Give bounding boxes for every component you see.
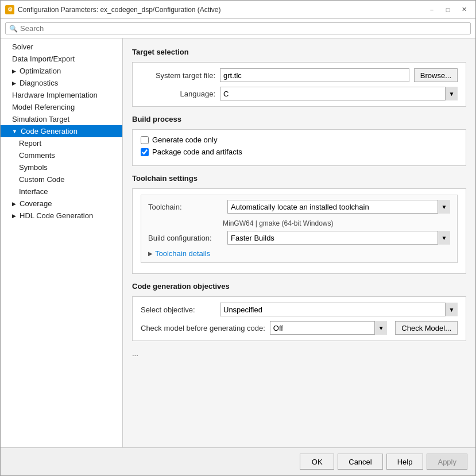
build-config-row: Build configuration: Faster Builds Faste… bbox=[148, 231, 450, 245]
footer: OK Cancel Help Apply bbox=[1, 447, 475, 475]
toolchain-details-arrow: ▶ bbox=[148, 250, 153, 257]
check-model-row: Check model before generating code: Off … bbox=[141, 321, 458, 335]
main-window: ⚙ Configuration Parameters: ex_codegen_d… bbox=[0, 0, 476, 476]
expand-arrow-icon: ▼ bbox=[12, 129, 17, 134]
expand-arrow-icon: ▶ bbox=[12, 213, 16, 219]
content-panel: Target selection System target file: Bro… bbox=[123, 38, 475, 447]
sidebar-item-report[interactable]: Report bbox=[1, 137, 122, 149]
toolchain-select[interactable]: Automatically locate an installed toolch… bbox=[227, 200, 450, 214]
apply-button[interactable]: Apply bbox=[427, 454, 467, 470]
toolchain-select-wrap: Automatically locate an installed toolch… bbox=[227, 200, 450, 214]
language-row: Language: C C++ ▼ bbox=[141, 87, 458, 100]
sidebar-item-solver[interactable]: Solver bbox=[1, 41, 122, 53]
expand-arrow-icon: ▶ bbox=[12, 68, 16, 74]
sidebar-item-optimization[interactable]: ▶ Optimization bbox=[1, 65, 122, 77]
system-target-file-label: System target file: bbox=[141, 71, 215, 80]
help-button[interactable]: Help bbox=[386, 454, 424, 470]
browse-button[interactable]: Browse... bbox=[414, 68, 458, 82]
close-button[interactable]: ✕ bbox=[457, 4, 471, 16]
search-input[interactable] bbox=[20, 24, 467, 33]
sidebar-item-comments[interactable]: Comments bbox=[1, 149, 122, 161]
sidebar-item-label: Model Referencing bbox=[12, 103, 75, 111]
check-model-select-wrap: Off On ▼ bbox=[270, 321, 387, 335]
sidebar-item-label: Code Generation bbox=[21, 127, 78, 136]
sidebar-item-label: Solver bbox=[12, 42, 33, 51]
select-objective-select[interactable]: Unspecified bbox=[220, 303, 458, 316]
target-selection-box: System target file: Browse... Language: … bbox=[132, 62, 466, 107]
minimize-button[interactable]: − bbox=[425, 4, 439, 16]
sidebar-item-coverage[interactable]: ▶ Coverage bbox=[1, 198, 122, 210]
sidebar-item-code-generation[interactable]: ▼ Code Generation bbox=[1, 125, 122, 137]
sidebar-item-model-referencing[interactable]: Model Referencing bbox=[1, 101, 122, 113]
sidebar-item-label: Custom Code bbox=[19, 175, 64, 184]
system-target-file-row: System target file: Browse... bbox=[141, 68, 458, 82]
sidebar-item-label: HDL Code Generation bbox=[20, 211, 93, 220]
search-bar: 🔍 bbox=[1, 19, 475, 38]
generate-code-only-label: Generate code only bbox=[152, 136, 217, 144]
sidebar-item-hdl-code-generation[interactable]: ▶ HDL Code Generation bbox=[1, 210, 122, 222]
toolchain-details-row: ▶ Toolchain details bbox=[148, 249, 450, 258]
build-process-title: Build process bbox=[132, 115, 466, 123]
sidebar-item-simulation-target[interactable]: Simulation Target bbox=[1, 113, 122, 125]
select-objective-wrap: Unspecified ▼ bbox=[220, 303, 458, 316]
check-model-select[interactable]: Off On bbox=[270, 321, 387, 335]
build-config-label: Build configuration: bbox=[148, 234, 223, 242]
check-model-button[interactable]: Check Model... bbox=[395, 321, 458, 335]
window-controls: − □ ✕ bbox=[425, 4, 471, 16]
title-bar: ⚙ Configuration Parameters: ex_codegen_d… bbox=[1, 1, 475, 19]
system-target-file-input[interactable] bbox=[220, 68, 409, 82]
sidebar-item-label: Interface bbox=[19, 187, 48, 196]
check-model-label: Check model before generating code: bbox=[141, 324, 265, 332]
sidebar: Solver Data Import/Export ▶ Optimization… bbox=[1, 38, 123, 447]
cancel-button[interactable]: Cancel bbox=[338, 454, 382, 470]
ok-button[interactable]: OK bbox=[300, 454, 334, 470]
sidebar-item-data-import-export[interactable]: Data Import/Export bbox=[1, 53, 122, 65]
select-objective-label: Select objective: bbox=[141, 305, 215, 314]
maximize-button[interactable]: □ bbox=[441, 4, 455, 16]
toolchain-inner-box: Toolchain: Automatically locate an insta… bbox=[141, 195, 458, 263]
code-gen-objectives-title: Code generation objectives bbox=[132, 282, 466, 291]
language-label: Language: bbox=[141, 90, 215, 98]
sidebar-item-interface[interactable]: Interface bbox=[1, 185, 122, 198]
sidebar-item-custom-code[interactable]: Custom Code bbox=[1, 173, 122, 185]
toolchain-settings-title: Toolchain settings bbox=[132, 174, 466, 183]
package-code-row: Package code and artifacts bbox=[141, 148, 458, 156]
search-icon: 🔍 bbox=[9, 25, 18, 33]
main-content: Solver Data Import/Export ▶ Optimization… bbox=[1, 38, 475, 447]
app-icon: ⚙ bbox=[5, 5, 14, 14]
select-objective-row: Select objective: Unspecified ▼ bbox=[141, 303, 458, 316]
build-config-select-wrap: Faster Builds Faster Incremental Builds … bbox=[227, 231, 450, 245]
generate-code-only-row: Generate code only bbox=[141, 136, 458, 144]
toolchain-row: Toolchain: Automatically locate an insta… bbox=[148, 200, 450, 214]
sidebar-item-hardware-implementation[interactable]: Hardware Implementation bbox=[1, 89, 122, 101]
sidebar-item-label: Coverage bbox=[20, 199, 52, 208]
build-config-select[interactable]: Faster Builds Faster Incremental Builds … bbox=[227, 231, 450, 245]
sidebar-item-label: Symbols bbox=[19, 163, 48, 172]
target-selection-title: Target selection bbox=[132, 48, 466, 56]
toolchain-info: MinGW64 | gmake (64-bit Windows) bbox=[223, 218, 450, 229]
expand-arrow-icon: ▶ bbox=[12, 80, 16, 86]
toolchain-settings-box: Toolchain: Automatically locate an insta… bbox=[132, 188, 466, 274]
code-gen-objectives-box: Select objective: Unspecified ▼ Check mo… bbox=[132, 296, 466, 341]
sidebar-item-label: Report bbox=[19, 139, 41, 148]
toolchain-details-link[interactable]: Toolchain details bbox=[155, 249, 210, 258]
sidebar-item-label: Data Import/Export bbox=[12, 55, 75, 63]
toolchain-label: Toolchain: bbox=[148, 203, 223, 211]
sidebar-item-symbols[interactable]: Symbols bbox=[1, 161, 122, 173]
sidebar-item-diagnostics[interactable]: ▶ Diagnostics bbox=[1, 77, 122, 89]
expand-arrow-icon: ▶ bbox=[12, 201, 16, 207]
language-select-wrap: C C++ ▼ bbox=[220, 87, 458, 100]
sidebar-item-label: Diagnostics bbox=[20, 79, 58, 87]
sidebar-item-label: Comments bbox=[19, 151, 55, 160]
generate-code-only-checkbox[interactable] bbox=[141, 136, 149, 144]
sidebar-item-label: Simulation Target bbox=[12, 115, 69, 123]
package-code-label: Package code and artifacts bbox=[152, 148, 242, 156]
ellipsis-text: ... bbox=[132, 349, 466, 358]
language-select[interactable]: C C++ bbox=[220, 87, 458, 100]
window-title: Configuration Parameters: ex_codegen_dsp… bbox=[18, 6, 221, 14]
sidebar-item-label: Hardware Implementation bbox=[12, 91, 98, 99]
search-input-wrap: 🔍 bbox=[5, 22, 471, 34]
package-code-checkbox[interactable] bbox=[141, 148, 149, 156]
sidebar-item-label: Optimization bbox=[20, 67, 61, 75]
title-bar-left: ⚙ Configuration Parameters: ex_codegen_d… bbox=[5, 5, 221, 14]
